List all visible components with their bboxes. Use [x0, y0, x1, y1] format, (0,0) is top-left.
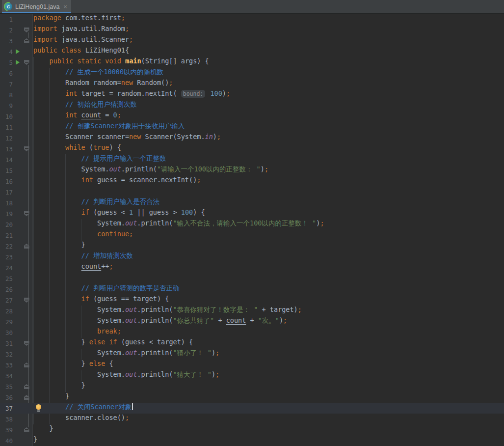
code-line[interactable]: 13 while (true) {	[0, 143, 504, 154]
code-line[interactable]: 34 System.out.println("猜大了！ ");	[0, 370, 504, 381]
code-line[interactable]: 14 // 提示用户输入一个正整数	[0, 154, 504, 165]
line-number[interactable]: 35	[0, 383, 13, 390]
line-number[interactable]: 5	[0, 59, 13, 66]
line-number[interactable]: 14	[0, 156, 13, 164]
line-number[interactable]: 9	[0, 102, 13, 110]
fold-collapse-icon[interactable]	[24, 28, 29, 32]
code-line[interactable]: 2import java.util.Random;	[0, 25, 504, 35]
fold-end-icon[interactable]	[24, 395, 29, 400]
line-number[interactable]: 30	[0, 329, 13, 336]
code-line[interactable]: 22 }	[0, 241, 504, 251]
line-number[interactable]: 34	[0, 372, 13, 380]
code-line[interactable]: 7 Random random=new Random();	[0, 79, 504, 89]
line-number[interactable]: 40	[0, 437, 13, 445]
line-number[interactable]: 17	[0, 189, 13, 196]
line-number[interactable]: 25	[0, 275, 13, 282]
code-line[interactable]: 33 } else {	[0, 360, 504, 370]
code-line[interactable]: 3import java.util.Scanner;	[0, 35, 504, 46]
line-number[interactable]: 18	[0, 199, 13, 207]
line-number[interactable]: 21	[0, 232, 13, 239]
line-number[interactable]: 22	[0, 243, 13, 250]
code-line[interactable]: 28 System.out.println("恭喜你猜对了！数字是： " + t…	[0, 306, 504, 316]
code-line[interactable]: 39 }	[0, 424, 504, 435]
line-number[interactable]: 6	[0, 70, 13, 77]
line-number[interactable]: 13	[0, 145, 13, 153]
line-number[interactable]: 2	[0, 27, 13, 34]
code-line[interactable]: 4public class LiZiHeng01{	[0, 46, 504, 57]
code-line[interactable]: 26 // 判断用户猜测的数字是否正确	[0, 284, 504, 295]
tab-lizihheng01-java[interactable]: C LiZiHeng01.java ×	[2, 0, 71, 13]
line-number[interactable]: 16	[0, 178, 13, 185]
line-number[interactable]: 23	[0, 253, 13, 261]
line-number[interactable]: 8	[0, 91, 13, 99]
code-line[interactable]: 20 System.out.println("输入不合法，请输入一个100以内的…	[0, 219, 504, 230]
fold-end-icon[interactable]	[24, 384, 29, 389]
code-line[interactable]: 9 // 初始化用户猜测次数	[0, 100, 504, 111]
code-line[interactable]: 17	[0, 187, 504, 197]
code-line[interactable]: 1package com.test.first;	[0, 14, 504, 25]
code-line[interactable]: 32 System.out.println("猜小了！ ");	[0, 349, 504, 360]
line-number[interactable]: 38	[0, 416, 13, 423]
line-number[interactable]: 3	[0, 37, 13, 45]
tab-close-icon[interactable]: ×	[63, 3, 67, 10]
fold-end-icon[interactable]	[24, 427, 29, 432]
line-number[interactable]: 27	[0, 297, 13, 304]
code-line[interactable]: 16 int guess = scanner.nextInt();	[0, 176, 504, 187]
line-number[interactable]: 4	[0, 48, 13, 56]
line-number[interactable]: 26	[0, 286, 13, 293]
code-line[interactable]: 35 }	[0, 381, 504, 392]
fold-collapse-icon[interactable]	[24, 211, 29, 216]
fold-collapse-icon[interactable]	[24, 146, 29, 151]
code-line[interactable]: 11 // 创建Scanner对象用于接收用户输入	[0, 122, 504, 133]
line-number[interactable]: 33	[0, 362, 13, 369]
line-number[interactable]: 24	[0, 264, 13, 272]
line-number[interactable]: 15	[0, 167, 13, 174]
line-number[interactable]: 28	[0, 307, 13, 315]
code-line[interactable]: 18 // 判断用户输入是否合法	[0, 197, 504, 208]
line-number[interactable]: 29	[0, 318, 13, 326]
code-line[interactable]: 23 // 增加猜测次数	[0, 251, 504, 262]
fold-collapse-icon[interactable]	[24, 298, 29, 303]
gutter-cell: 9	[0, 100, 32, 111]
fold-collapse-icon[interactable]	[24, 341, 29, 346]
line-number[interactable]: 10	[0, 113, 13, 120]
line-number[interactable]: 1	[0, 16, 13, 23]
fold-end-icon[interactable]	[24, 244, 29, 249]
code-line[interactable]: 8 int target = random.nextInt( bound: 10…	[0, 89, 504, 100]
code-line[interactable]: 40}	[0, 435, 504, 446]
line-number[interactable]: 20	[0, 221, 13, 228]
line-number[interactable]: 7	[0, 81, 13, 88]
code-line[interactable]: 19 if (guess < 1 || guess > 100) {	[0, 208, 504, 219]
fold-collapse-icon[interactable]	[24, 60, 29, 65]
line-number[interactable]: 36	[0, 394, 13, 401]
line-number[interactable]: 11	[0, 124, 13, 131]
code-line[interactable]: 31 } else if (guess < target) {	[0, 338, 504, 349]
code-line[interactable]: 24 count++;	[0, 262, 504, 273]
line-number[interactable]: 12	[0, 135, 13, 142]
code-line[interactable]: 21 continue;	[0, 230, 504, 241]
code-line[interactable]: 38 scanner.close();	[0, 414, 504, 424]
run-button-icon[interactable]	[16, 49, 20, 54]
line-number[interactable]: 31	[0, 340, 13, 347]
code-line[interactable]: 29 System.out.println("你总共猜了" + count + …	[0, 316, 504, 327]
fold-end-icon[interactable]	[24, 38, 29, 43]
code-line[interactable]: 30 break;	[0, 327, 504, 338]
code-line[interactable]: 25	[0, 273, 504, 284]
code-editor[interactable]: 1package com.test.first;2import java.uti…	[0, 14, 504, 446]
line-number[interactable]: 39	[0, 426, 13, 434]
code-line[interactable]: 10 int count = 0;	[0, 111, 504, 122]
code-line[interactable]: 27 if (guess == target) {	[0, 295, 504, 306]
code-line[interactable]: 12 Scanner scanner=new Scanner(System.in…	[0, 133, 504, 143]
code-token: target = random.nextInt(	[77, 89, 181, 97]
line-number[interactable]: 32	[0, 351, 13, 358]
run-button-icon[interactable]	[16, 60, 20, 65]
fold-end-icon[interactable]	[24, 362, 29, 367]
code-line[interactable]: 37 // 关闭Scanner对象	[0, 403, 504, 414]
code-line[interactable]: 5 public static void main(String[] args)…	[0, 57, 504, 68]
code-line[interactable]: 6 // 生成一个10000以内的随机数	[0, 68, 504, 79]
line-number[interactable]: 37	[0, 405, 13, 412]
line-number[interactable]: 19	[0, 210, 13, 218]
intention-lightbulb-icon[interactable]	[36, 404, 41, 412]
code-line[interactable]: 36 }	[0, 392, 504, 403]
code-line[interactable]: 15 System.out.println("请输入一个100以内的正整数： "…	[0, 165, 504, 176]
